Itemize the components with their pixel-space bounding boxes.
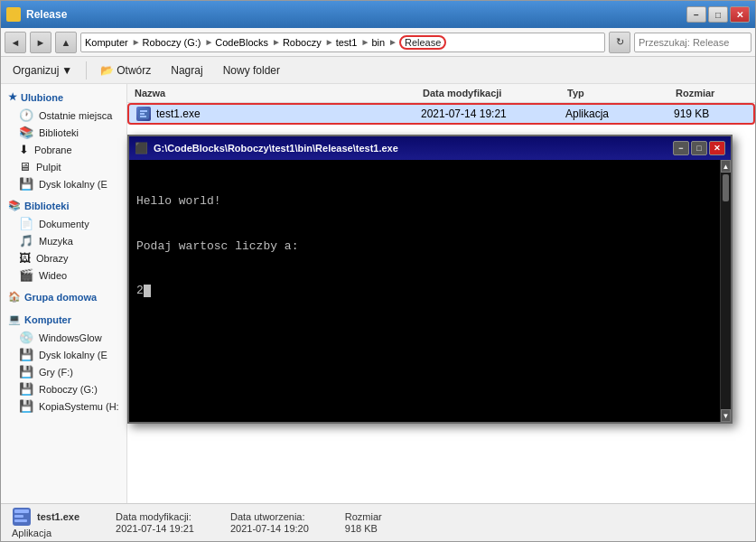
minimize-button[interactable]: −: [686, 6, 706, 23]
cmd-close-button[interactable]: ✕: [709, 141, 725, 155]
status-size: Rozmiar 918 KB: [345, 511, 382, 534]
sidebar-item-games[interactable]: 💾 Gry (F:): [1, 363, 126, 380]
status-bar: test1.exe Aplikacja Data modyfikacji: 20…: [1, 503, 755, 541]
downloads-icon: ⬇: [19, 143, 29, 156]
cmd-content-area: Hello world! Podaj wartosc liczby a: 2 ▲…: [129, 160, 731, 422]
cmd-scroll-thumb[interactable]: [723, 174, 729, 201]
forward-button[interactable]: ►: [30, 32, 51, 53]
cmd-line-3: 2: [136, 282, 713, 300]
exe-icon: [136, 107, 151, 121]
address-bar: ◄ ► ▲ Komputer ► Roboczy (G:) ► CodeBloc…: [1, 28, 755, 57]
homegroup-header[interactable]: 🏠 Grupa domowa: [1, 287, 126, 306]
sidebar-item-windowsglow[interactable]: 💿 WindowsGlow: [1, 329, 126, 346]
bc-codeblocks: CodeBlocks ►: [215, 37, 283, 48]
sidebar-item-downloads[interactable]: ⬇ Pobrane: [1, 141, 126, 158]
svg-rect-1: [140, 110, 147, 112]
kopia-icon: 💾: [19, 399, 33, 413]
title-bar-buttons: − □ ✕: [686, 6, 750, 23]
sidebar-item-desktop[interactable]: 🖥 Pulpit: [1, 158, 126, 175]
bc-roboczy: Roboczy ►: [283, 37, 336, 48]
bc-roboczy-g: Roboczy (G:) ►: [143, 37, 216, 48]
status-modified-value: 2021-07-14 19:21: [116, 523, 194, 534]
bc-computer: Komputer ►: [85, 37, 143, 48]
refresh-button[interactable]: ↻: [609, 32, 630, 53]
toolbar: Organizuj ▼ 📂 Otwórz Nagraj Nowy folder: [1, 57, 755, 84]
status-filename-section: test1.exe Aplikacja: [12, 507, 79, 538]
cmd-maximize-button[interactable]: □: [691, 141, 707, 155]
sidebar-item-documents[interactable]: 📄 Dokumenty: [1, 215, 126, 232]
cmd-title: G:\CodeBlocks\Roboczy\test1\bin\Release\…: [154, 143, 667, 154]
drive-icon: 💾: [19, 177, 33, 191]
file-size: 919 KB: [674, 107, 746, 120]
bc-test1: test1 ►: [336, 37, 372, 48]
close-button[interactable]: ✕: [730, 6, 750, 23]
sidebar-item-recent[interactable]: 🕐 Ostatnie miejsca: [1, 107, 126, 124]
col-name[interactable]: Nazwa: [135, 86, 423, 100]
windowsglow-icon: 💿: [19, 331, 33, 344]
cmd-line-1: Hello world!: [136, 192, 713, 210]
games-icon: 💾: [19, 365, 33, 378]
col-size[interactable]: Rozmiar: [676, 86, 748, 100]
cmd-icon: ⬛: [135, 142, 148, 154]
sidebar-item-libraries-fav[interactable]: 📚 Biblioteki: [1, 124, 126, 141]
file-name: test1.exe: [156, 107, 201, 120]
sidebar-item-local-e[interactable]: 💾 Dysk lokalny (E: [1, 175, 126, 192]
sidebar-item-kopia[interactable]: 💾 KopiaSystemu (H:: [1, 397, 126, 415]
svg-rect-6: [14, 515, 23, 518]
col-type[interactable]: Typ: [567, 86, 676, 100]
new-folder-button[interactable]: Nowy folder: [217, 60, 286, 81]
cmd-scrollbar[interactable]: ▲ ▼: [720, 160, 731, 422]
cmd-scroll-down[interactable]: ▼: [721, 409, 731, 422]
libraries-header[interactable]: 📚 Biblioteki: [1, 196, 126, 215]
desktop-icon: 🖥: [19, 160, 31, 173]
table-row[interactable]: test1.exe 2021-07-14 19:21 Aplikacja 919…: [127, 103, 755, 125]
computer-header[interactable]: 💻 Komputer: [1, 310, 126, 329]
clock-icon: 🕐: [19, 108, 33, 122]
documents-icon: 📄: [19, 217, 33, 230]
open-button[interactable]: 📂 Otwórz: [94, 60, 157, 81]
maximize-button[interactable]: □: [708, 6, 728, 23]
status-modified: Data modyfikacji: 2021-07-14 19:21: [116, 511, 194, 534]
file-list-header: Nazwa Data modyfikacji Typ Rozmiar: [127, 84, 755, 103]
cmd-scroll-up[interactable]: ▲: [721, 160, 731, 173]
bc-release[interactable]: Release: [399, 35, 446, 50]
favorites-header[interactable]: ★ Ulubione: [1, 88, 126, 107]
sidebar-item-disk-e[interactable]: 💾 Dysk lokalny (E: [1, 346, 126, 363]
svg-rect-3: [140, 116, 146, 117]
status-created: Data utworzenia: 2021-07-14 19:20: [230, 511, 309, 534]
status-modified-label: Data modyfikacji:: [116, 511, 194, 522]
status-filename: test1.exe: [12, 507, 79, 527]
cmd-output[interactable]: Hello world! Podaj wartosc liczby a: 2: [129, 160, 720, 422]
cmd-minimize-button[interactable]: −: [673, 141, 689, 155]
organize-button[interactable]: Organizuj ▼: [6, 60, 79, 81]
file-modified: 2021-07-14 19:21: [421, 107, 565, 120]
status-created-label: Data utworzenia:: [230, 511, 309, 522]
breadcrumb[interactable]: Komputer ► Roboczy (G:) ► CodeBlocks ► R…: [80, 33, 605, 52]
record-button[interactable]: Nagraj: [164, 60, 209, 81]
sidebar-item-roboczy[interactable]: 💾 Roboczy (G:): [1, 380, 126, 397]
disk-e-icon: 💾: [19, 348, 33, 361]
bc-bin: bin ►: [371, 37, 399, 48]
sidebar-item-video[interactable]: 🎬 Wideo: [1, 266, 126, 284]
cmd-scroll-track: [721, 173, 731, 409]
col-modified[interactable]: Data modyfikacji: [423, 86, 567, 100]
favorites-section: ★ Ulubione 🕐 Ostatnie miejsca 📚 Bibliote…: [1, 88, 126, 192]
file-type: Aplikacja: [565, 107, 674, 120]
pictures-icon: 🖼: [19, 251, 31, 265]
homegroup-section: 🏠 Grupa domowa: [1, 287, 126, 306]
title-bar: Release − □ ✕: [1, 1, 755, 28]
cmd-cursor: [144, 285, 151, 297]
explorer-title: Release: [26, 8, 686, 21]
libraries-section: 📚 Biblioteki 📄 Dokumenty 🎵 Muzyka 🖼 Obra…: [1, 196, 126, 284]
status-created-value: 2021-07-14 19:20: [230, 523, 309, 534]
up-button[interactable]: ▲: [55, 32, 77, 53]
sidebar-item-music[interactable]: 🎵 Muzyka: [1, 232, 126, 249]
svg-rect-5: [14, 509, 29, 513]
folder-title-icon: [6, 7, 21, 22]
svg-rect-2: [140, 113, 145, 115]
back-button[interactable]: ◄: [5, 32, 26, 53]
sidebar-item-pictures[interactable]: 🖼 Obrazy: [1, 249, 126, 266]
search-input[interactable]: [634, 33, 751, 52]
roboczy-icon: 💾: [19, 382, 33, 396]
music-icon: 🎵: [19, 234, 33, 248]
